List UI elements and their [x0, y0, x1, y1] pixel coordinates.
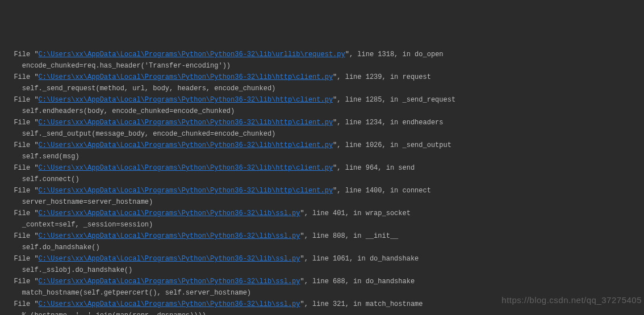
file-path-link[interactable]: C:\Users\xx\AppData\Local\Programs\Pytho… [39, 96, 333, 104]
file-path-link[interactable]: C:\Users\xx\AppData\Local\Programs\Pytho… [39, 187, 333, 195]
traceback-code-line: server_hostname=server_hostname) [6, 196, 638, 208]
traceback-code-line: % (hostname, ', '.join(map(repr, dnsname… [6, 310, 638, 315]
file-path-link[interactable]: C:\Users\xx\AppData\Local\Programs\Pytho… [39, 73, 333, 81]
file-path-link[interactable]: C:\Users\xx\AppData\Local\Programs\Pytho… [39, 141, 333, 149]
traceback-code-line: self._send_request(method, url, body, he… [6, 83, 638, 94]
traceback-code-line: self.endheaders(body, encode_chunked=enc… [6, 106, 638, 117]
traceback-file-line: File "C:\Users\xx\AppData\Local\Programs… [6, 162, 638, 174]
traceback-file-line: File "C:\Users\xx\AppData\Local\Programs… [6, 253, 638, 264]
file-path-link[interactable]: C:\Users\xx\AppData\Local\Programs\Pytho… [39, 164, 333, 172]
traceback-code-line: self.connect() [6, 174, 638, 185]
traceback-code-line: encode_chunked=req.has_header('Transfer-… [6, 60, 638, 72]
traceback-file-line: File "C:\Users\xx\AppData\Local\Programs… [6, 185, 638, 196]
file-path-link[interactable]: C:\Users\xx\AppData\Local\Programs\Pytho… [39, 255, 300, 263]
file-path-link[interactable]: C:\Users\xx\AppData\Local\Programs\Pytho… [39, 300, 300, 308]
traceback-code-line: self._sslobj.do_handshake() [6, 264, 638, 276]
traceback-file-line: File "C:\Users\xx\AppData\Local\Programs… [6, 276, 638, 287]
traceback-file-line: File "C:\Users\xx\AppData\Local\Programs… [6, 117, 638, 128]
file-path-link[interactable]: C:\Users\xx\AppData\Local\Programs\Pytho… [39, 51, 345, 58]
traceback-file-line: File "C:\Users\xx\AppData\Local\Programs… [6, 49, 638, 60]
traceback-file-line: File "C:\Users\xx\AppData\Local\Programs… [6, 208, 638, 219]
traceback-code-line: self.send(msg) [6, 151, 638, 162]
traceback-code-line: _context=self, _session=session) [6, 219, 638, 230]
file-path-link[interactable]: C:\Users\xx\AppData\Local\Programs\Pytho… [39, 209, 300, 217]
traceback-file-line: File "C:\Users\xx\AppData\Local\Programs… [6, 94, 638, 106]
watermark-text: https://blog.csdn.net/qq_37275405 [501, 295, 642, 306]
file-path-link[interactable]: C:\Users\xx\AppData\Local\Programs\Pytho… [39, 119, 333, 127]
traceback-file-line: File "C:\Users\xx\AppData\Local\Programs… [6, 140, 638, 151]
traceback-code-line: self.do_handshake() [6, 242, 638, 253]
file-path-link[interactable]: C:\Users\xx\AppData\Local\Programs\Pytho… [39, 232, 300, 240]
traceback-code-line: self._send_output(message_body, encode_c… [6, 128, 638, 140]
console-output: File "C:\Users\xx\AppData\Local\Programs… [6, 49, 638, 315]
file-path-link[interactable]: C:\Users\xx\AppData\Local\Programs\Pytho… [39, 278, 300, 285]
traceback-file-line: File "C:\Users\xx\AppData\Local\Programs… [6, 72, 638, 83]
traceback-file-line: File "C:\Users\xx\AppData\Local\Programs… [6, 230, 638, 242]
